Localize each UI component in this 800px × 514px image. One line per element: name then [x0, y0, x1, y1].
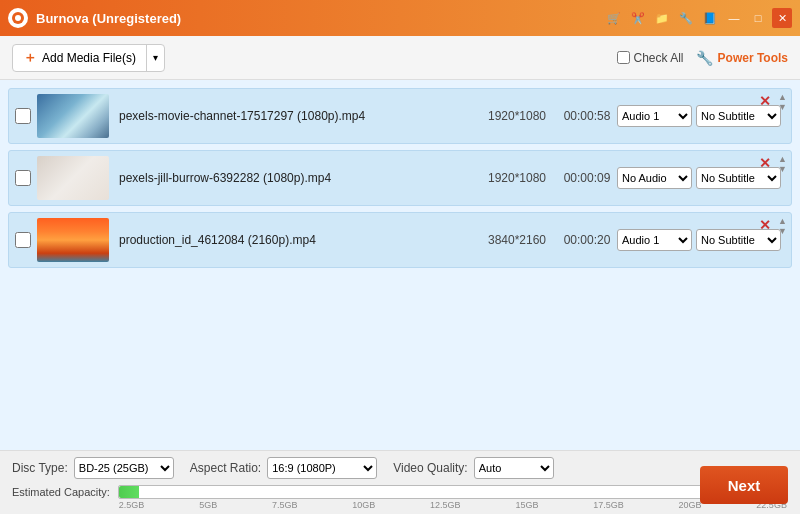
add-media-button[interactable]: ＋ Add Media File(s) ▾: [12, 44, 165, 72]
restore-button[interactable]: □: [748, 8, 768, 28]
row-resolution-0: 1920*1080: [477, 109, 557, 123]
row-filename-2: production_id_4612084 (2160p).mp4: [119, 233, 467, 247]
titlebar: Burnova (Unregistered) 🛒 ✂️ 📁 🔧 📘 — □ ✕: [0, 0, 800, 36]
video-quality-select[interactable]: AutoHighMediumLow: [474, 457, 554, 479]
bottom-bar: Disc Type: BD-25 (25GB)BD-50 (50GB)DVD-5…: [0, 450, 800, 514]
media-row-1: pexels-jill-burrow-6392282 (1080p).mp4 1…: [8, 150, 792, 206]
capacity-row: Estimated Capacity: 2.5GB5GB7.5GB10GB12.…: [12, 485, 788, 499]
next-button[interactable]: Next: [700, 466, 788, 504]
capacity-bar: 2.5GB5GB7.5GB10GB12.5GB15GB17.5GB20GB22.…: [118, 485, 788, 499]
capacity-tick: 15GB: [515, 500, 538, 510]
video-quality-field: Video Quality: AutoHighMediumLow: [393, 457, 554, 479]
add-media-label: Add Media File(s): [42, 51, 136, 65]
aspect-ratio-field: Aspect Ratio: 16:9 (1080P)4:316:9 (720P): [190, 457, 377, 479]
add-media-main[interactable]: ＋ Add Media File(s): [13, 45, 147, 71]
capacity-tick: 20GB: [679, 500, 702, 510]
media-row-2: production_id_4612084 (2160p).mp4 3840*2…: [8, 212, 792, 268]
row-filename-0: pexels-movie-channet-17517297 (1080p).mp…: [119, 109, 467, 123]
row-duration-1: 00:00:09: [557, 171, 617, 185]
aspect-ratio-select[interactable]: 16:9 (1080P)4:316:9 (720P): [267, 457, 377, 479]
video-quality-label: Video Quality:: [393, 461, 468, 475]
svg-point-1: [15, 15, 21, 21]
disc-type-label: Disc Type:: [12, 461, 68, 475]
toolbar-icon-5[interactable]: 📘: [700, 8, 720, 28]
main-toolbar: ＋ Add Media File(s) ▾ Check All 🔧 Power …: [0, 36, 800, 80]
capacity-ticks: 2.5GB5GB7.5GB10GB12.5GB15GB17.5GB20GB22.…: [119, 500, 787, 510]
toolbar-icon-4[interactable]: 🔧: [676, 8, 696, 28]
capacity-tick: 5GB: [199, 500, 217, 510]
toolbar-icon-1[interactable]: 🛒: [604, 8, 624, 28]
capacity-tick: 10GB: [352, 500, 375, 510]
media-list: pexels-movie-channet-17517297 (1080p).mp…: [0, 80, 800, 450]
row-checkbox-2[interactable]: [15, 232, 31, 248]
toolbar-icon-3[interactable]: 📁: [652, 8, 672, 28]
close-button[interactable]: ✕: [772, 8, 792, 28]
capacity-tick: 7.5GB: [272, 500, 298, 510]
capacity-fill: [119, 486, 139, 498]
settings-row: Disc Type: BD-25 (25GB)BD-50 (50GB)DVD-5…: [12, 457, 788, 479]
wrench-icon: 🔧: [696, 50, 713, 66]
check-all-text: Check All: [634, 51, 684, 65]
row-checkbox-1[interactable]: [15, 170, 31, 186]
minimize-button[interactable]: —: [724, 8, 744, 28]
toolbar-right: Check All 🔧 Power Tools: [617, 50, 788, 66]
app-logo: [8, 8, 28, 28]
toolbar-icon-2[interactable]: ✂️: [628, 8, 648, 28]
disc-type-field: Disc Type: BD-25 (25GB)BD-50 (50GB)DVD-5…: [12, 457, 174, 479]
row-remove-2[interactable]: ✕: [759, 217, 771, 233]
capacity-tick: 2.5GB: [119, 500, 145, 510]
row-sort-2: ▲ ▼: [778, 217, 787, 237]
aspect-ratio-label: Aspect Ratio:: [190, 461, 261, 475]
row-filename-1: pexels-jill-burrow-6392282 (1080p).mp4: [119, 171, 467, 185]
window-controls: 🛒 ✂️ 📁 🔧 📘 — □ ✕: [604, 8, 792, 28]
row-resolution-1: 1920*1080: [477, 171, 557, 185]
row-checkbox-0[interactable]: [15, 108, 31, 124]
row-thumbnail-2: [37, 218, 109, 262]
media-row-0: pexels-movie-channet-17517297 (1080p).mp…: [8, 88, 792, 144]
row-sort-0: ▲ ▼: [778, 93, 787, 113]
sort-down-2[interactable]: ▼: [778, 227, 787, 237]
capacity-tick: 17.5GB: [593, 500, 624, 510]
row-thumbnail-1: [37, 156, 109, 200]
row-thumbnail-0: [37, 94, 109, 138]
check-all-checkbox[interactable]: [617, 51, 630, 64]
row-resolution-2: 3840*2160: [477, 233, 557, 247]
sort-down-1[interactable]: ▼: [778, 165, 787, 175]
disc-type-select[interactable]: BD-25 (25GB)BD-50 (50GB)DVD-5 (4.7GB)DVD…: [74, 457, 174, 479]
row-sort-1: ▲ ▼: [778, 155, 787, 175]
row-audio-select-2[interactable]: Audio 1 Audio 1 No Audio: [617, 229, 692, 251]
row-remove-1[interactable]: ✕: [759, 155, 771, 171]
plus-icon: ＋: [23, 49, 37, 67]
row-duration-2: 00:00:20: [557, 233, 617, 247]
add-media-dropdown-arrow[interactable]: ▾: [147, 45, 164, 71]
row-audio-select-0[interactable]: Audio 1 Audio 1 No Audio: [617, 105, 692, 127]
capacity-label: Estimated Capacity:: [12, 486, 110, 498]
power-tools-label: Power Tools: [718, 51, 788, 65]
row-duration-0: 00:00:58: [557, 109, 617, 123]
power-tools-button[interactable]: 🔧 Power Tools: [696, 50, 788, 66]
row-remove-0[interactable]: ✕: [759, 93, 771, 109]
sort-down-0[interactable]: ▼: [778, 103, 787, 113]
capacity-tick: 12.5GB: [430, 500, 461, 510]
check-all-label[interactable]: Check All: [617, 51, 684, 65]
app-title: Burnova (Unregistered): [36, 11, 604, 26]
row-audio-select-1[interactable]: No Audio Audio 1 No Audio: [617, 167, 692, 189]
